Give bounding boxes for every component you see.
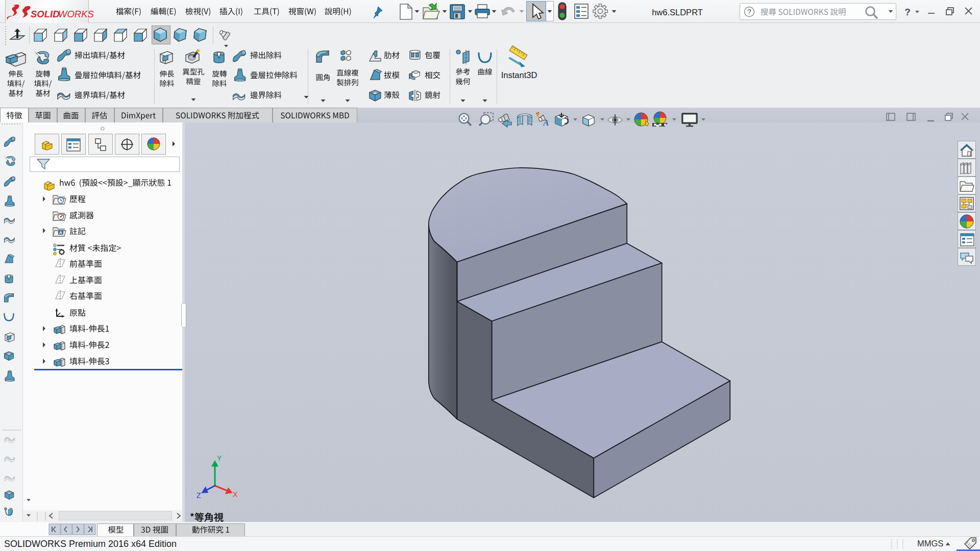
svg-text:Instant3D: Instant3D [501,70,537,80]
svg-text:hw6.SLDPRT: hw6.SLDPRT [652,8,703,17]
svg-text:?: ? [904,7,911,17]
svg-text:SOLID: SOLID [31,9,60,19]
svg-text:X: X [233,490,238,498]
svg-text:Y: Y [217,454,222,462]
svg-text:MMGS: MMGS [917,539,943,548]
svg-text:SOLIDWORKS Premium 2016 x64 Ed: SOLIDWORKS Premium 2016 x64 Edition [4,539,177,549]
svg-text:A: A [543,118,549,128]
svg-text:Z: Z [197,491,201,499]
svg-text:?: ? [747,8,751,16]
svg-text:WORKS: WORKS [58,9,94,19]
svg-text:A: A [59,230,63,235]
